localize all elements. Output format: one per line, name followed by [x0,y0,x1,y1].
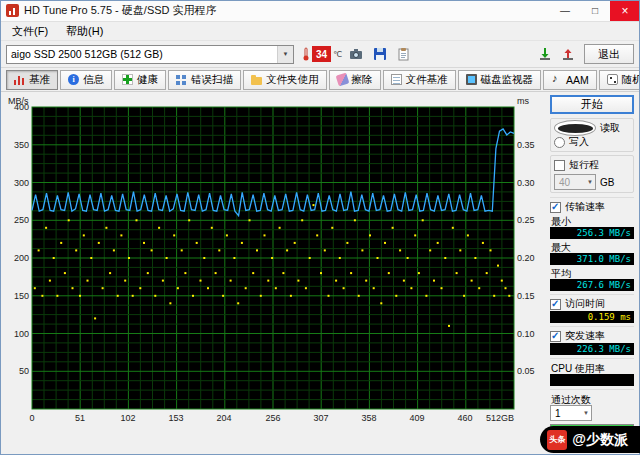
file-benchmark-icon [391,74,402,85]
svg-text:0.30: 0.30 [517,178,535,188]
camera-icon [349,47,363,61]
drive-select-value: aigo SSD 2500 512GB (512 GB) [11,48,163,60]
svg-text:0.15: 0.15 [517,291,535,301]
watermark: 头条 @少数派 [540,426,640,453]
tab-label: 擦除 [352,73,373,87]
svg-text:307: 307 [313,413,328,423]
toolbar-right-group: 退出 [535,44,634,64]
short-stroke-checkbox[interactable]: 短行程 [554,158,630,172]
tab-label: AAM [566,74,589,86]
svg-text:256: 256 [265,413,280,423]
svg-text:204: 204 [216,413,231,423]
burst-rate-checkbox[interactable]: 突发速率 [550,329,634,343]
svg-text:50: 50 [19,366,29,376]
start-button[interactable]: 开始 [550,95,634,114]
mode-group: 读取 写入 [550,118,634,152]
chevron-down-icon: ▼ [587,179,593,185]
tab-aam[interactable]: AAM [543,70,597,90]
svg-text:0.35: 0.35 [517,140,535,150]
window-title: HD Tune Pro 5.75 - 硬盘/SSD 实用程序 [24,3,217,18]
read-label: 读取 [600,121,620,135]
main-area: 400350300250200150100500.350.300.250.200… [0,92,640,426]
exit-button[interactable]: 退出 [584,44,634,64]
svg-text:0.20: 0.20 [517,253,535,263]
save-screenshot-button[interactable] [370,44,390,64]
chevron-down-icon: ▼ [277,46,293,63]
svg-text:512GB: 512GB [486,413,514,423]
cpu-usage-section: CPU 使用率 [550,358,634,388]
save-results-button[interactable] [535,44,555,64]
short-stroke-size-select[interactable]: 40 ▼ [554,174,596,190]
short-stroke-group: 短行程 40 ▼ GB [550,155,634,193]
tab-health[interactable]: 健康 [114,70,166,90]
svg-text:100: 100 [14,329,29,339]
disk-monitor-icon [466,74,477,85]
arrow-down-icon [538,47,552,61]
svg-text:0.25: 0.25 [517,215,535,225]
load-results-button[interactable] [558,44,578,64]
svg-text:102: 102 [120,413,135,423]
maximize-button[interactable]: □ [580,0,610,21]
tab-benchmark[interactable]: 基准 [6,70,58,90]
titlebar: HD Tune Pro 5.75 - 硬盘/SSD 实用程序 — □ × [0,0,640,22]
tab-info[interactable]: 信息 [60,70,112,90]
svg-text:150: 150 [14,291,29,301]
tab-label: 信息 [83,73,104,87]
chart-svg: 400350300250200150100500.350.300.250.200… [6,95,544,425]
pass-count-select[interactable]: 1 ▼ [550,405,592,421]
svg-text:409: 409 [409,413,424,423]
temperature-value: 34 [312,46,331,62]
burst-rate-label: 突发速率 [565,329,605,343]
min-value: 256.3 MB/s [550,227,634,239]
minimize-button[interactable]: — [550,0,580,21]
drive-select[interactable]: aigo SSD 2500 512GB (512 GB) ▼ [6,45,294,64]
control-panel: 开始 读取 写入 短行程 40 ▼ GB [550,95,634,426]
cpu-usage-value [550,374,634,386]
tab-random-access[interactable]: 随机访问 [599,70,640,90]
toutiao-logo-icon: 头条 [547,430,567,450]
tab-error-scan[interactable]: 错误扫描 [168,70,241,90]
write-radio[interactable]: 写入 [554,135,630,149]
pass-count-label: 通过次数 [551,393,634,404]
error-scan-icon [176,74,187,85]
checkbox-checked-icon [550,299,561,310]
short-stroke-label: 短行程 [569,158,599,172]
short-stroke-unit: GB [600,177,614,188]
menu-file[interactable]: 文件(F) [3,22,57,41]
checkbox-checked-icon [550,331,561,342]
svg-text:0.10: 0.10 [517,329,535,339]
floppy-disk-icon [373,47,387,61]
min-label: 最小 [551,215,634,226]
screenshot-button[interactable] [346,44,366,64]
tab-label: 文件夹使用 [266,73,319,87]
info-icon [68,74,79,85]
access-time-checkbox[interactable]: 访问时间 [550,297,634,311]
tab-label: 基准 [29,73,50,87]
tab-label: 磁盘监视器 [481,73,534,87]
svg-text:200: 200 [14,253,29,263]
max-label: 最大 [551,241,634,252]
transfer-rate-section: 传输速率 最小 256.3 MB/s 最大 371.0 MB/s 平均 267.… [550,197,634,293]
access-time-label: 访问时间 [565,297,605,311]
write-label: 写入 [569,135,589,149]
random-access-icon [607,74,618,85]
svg-text:460: 460 [457,413,472,423]
menu-bar: 文件(F) 帮助(H) [0,22,640,41]
close-button[interactable]: × [610,0,640,21]
menu-help[interactable]: 帮助(H) [57,22,112,41]
read-radio[interactable]: 读取 [554,121,630,135]
checkbox-icon [554,160,565,171]
tab-folder-usage[interactable]: 文件夹使用 [243,70,327,90]
avg-value: 267.6 MB/s [550,279,634,291]
tab-label: 文件基准 [406,73,448,87]
copy-text-button[interactable] [394,44,414,64]
toolbar: aigo SSD 2500 512GB (512 GB) ▼ 34 ℃ 退出 [0,41,640,68]
radio-selected-icon [554,120,596,136]
transfer-rate-checkbox[interactable]: 传输速率 [550,200,634,214]
tab-erase[interactable]: 擦除 [329,70,381,90]
tab-file-benchmark[interactable]: 文件基准 [383,70,456,90]
tab-disk-monitor[interactable]: 磁盘监视器 [458,70,542,90]
tab-label: 健康 [137,73,158,87]
tab-label: 错误扫描 [191,73,233,87]
short-stroke-size-value: 40 [559,177,570,188]
